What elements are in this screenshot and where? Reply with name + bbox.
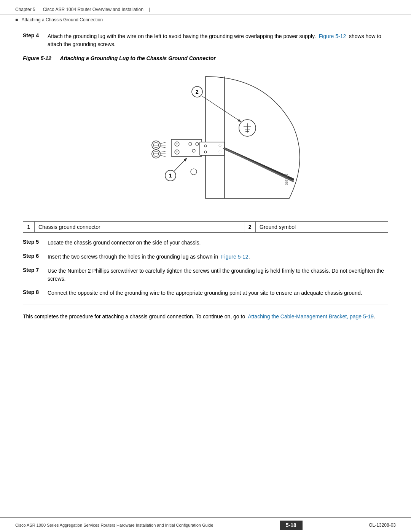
header-title: Cisco ASR 1004 Router Overview and Insta… (43, 7, 143, 12)
page-header: Chapter 5 Cisco ASR 1004 Router Overview… (0, 0, 411, 15)
svg-point-14 (204, 151, 207, 153)
svg-line-30 (160, 151, 166, 152)
svg-point-8 (189, 142, 192, 145)
header-bar: | (148, 7, 150, 12)
svg-text:1: 1 (169, 173, 172, 179)
step8-block: Step 8 Connect the opposite end of the g… (23, 289, 388, 297)
closing-link[interactable]: Attaching the Cable-Management Bracket, … (248, 313, 374, 320)
col2-text: Ground symbol (256, 222, 388, 233)
svg-line-24 (160, 142, 166, 144)
step8-label: Step 8 (23, 289, 44, 295)
header-chapter: Chapter 5 (15, 7, 35, 12)
svg-line-36 (174, 158, 186, 171)
header-chapter-title: Chapter 5 Cisco ASR 1004 Router Overview… (15, 7, 150, 12)
svg-point-15 (219, 151, 221, 153)
figure-diagram: 1 2 280180 (107, 65, 304, 217)
step7-block: Step 7 Use the Number 2 Phillips screwdr… (23, 267, 388, 283)
sub-header-text: Attaching a Chassis Ground Connection (22, 17, 103, 22)
col2-num: 2 (244, 222, 256, 233)
figure-number: Figure 5-12 (23, 55, 51, 61)
section-divider (23, 305, 388, 305)
col1-text: Chassis ground connector (35, 222, 244, 233)
svg-text:2: 2 (196, 89, 199, 95)
step8-text: Connect the opposite end of the groundin… (48, 289, 388, 297)
step5-label: Step 5 (23, 239, 44, 245)
figure-table: 1 Chassis ground connector 2 Ground symb… (23, 221, 388, 233)
svg-text:280180: 280180 (285, 174, 288, 185)
step5-block: Step 5 Locate the chassis ground connect… (23, 239, 388, 247)
figure-title: Attaching a Grounding Lug to the Chassis… (60, 55, 216, 61)
figure-container: 1 2 280180 (23, 65, 388, 217)
svg-line-26 (160, 147, 166, 148)
footer-right-text: OL-13208-03 (369, 522, 396, 528)
col1-num: 1 (23, 222, 35, 233)
footer-left-text: Cisco ASR 1000 Series Aggregation Servic… (15, 523, 213, 527)
svg-rect-11 (200, 142, 225, 155)
footer-page-number: 5-18 (280, 521, 303, 530)
step7-label: Step 7 (23, 267, 44, 273)
step7-text: Use the Number 2 Phillips screwdriver to… (48, 267, 388, 283)
svg-point-9 (196, 142, 199, 145)
step4-block: Step 4 Attach the grounding lug with the… (23, 32, 388, 48)
svg-point-13 (219, 145, 221, 147)
step4-figure-link[interactable]: Figure 5-12 (319, 33, 346, 39)
svg-line-32 (160, 155, 166, 157)
svg-point-12 (204, 145, 207, 147)
step4-text: Attach the grounding lug with the wire o… (48, 32, 388, 48)
sub-header-icon: ■ (15, 17, 18, 22)
step5-text: Locate the chassis ground connector on t… (48, 239, 388, 247)
step6-text: Insert the two screws through the holes … (48, 253, 388, 261)
main-content: Step 4 Attach the grounding lug with the… (0, 25, 411, 328)
step6-label: Step 6 (23, 253, 44, 259)
closing-text: This completes the procedure for attachi… (23, 313, 388, 321)
svg-point-33 (191, 169, 197, 175)
step6-figure-link[interactable]: Figure 5-12 (221, 254, 249, 260)
step4-label: Step 4 (23, 32, 44, 38)
sub-header: ■ Attaching a Chassis Ground Connection (0, 15, 411, 25)
page-footer: Cisco ASR 1000 Series Aggregation Servic… (0, 518, 411, 532)
step6-block: Step 6 Insert the two screws through the… (23, 253, 388, 261)
table-row: 1 Chassis ground connector 2 Ground symb… (23, 222, 388, 233)
svg-point-10 (192, 149, 195, 152)
figure-caption: Figure 5-12 Attaching a Grounding Lug to… (23, 55, 388, 61)
